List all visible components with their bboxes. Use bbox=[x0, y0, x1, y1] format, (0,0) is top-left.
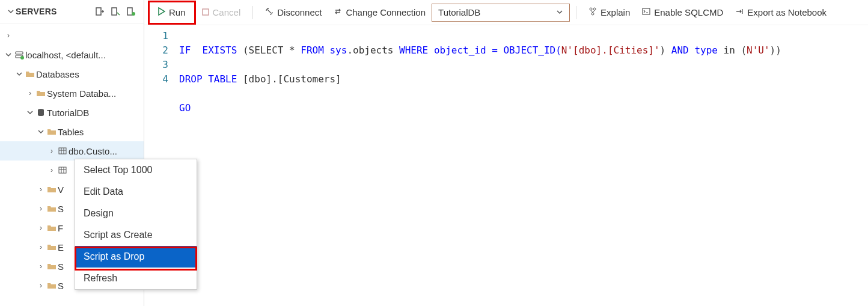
menu-script-as-drop[interactable]: Script as Drop bbox=[75, 246, 197, 268]
folder-icon bbox=[46, 127, 58, 136]
token: in bbox=[724, 44, 735, 56]
token: N'U' bbox=[747, 44, 770, 56]
table-icon bbox=[57, 146, 69, 156]
folder-icon bbox=[46, 281, 58, 290]
tree-label: S bbox=[58, 281, 64, 291]
tree-label: E bbox=[58, 242, 64, 252]
disconnect-icon bbox=[265, 7, 274, 17]
tree-label: localhost, <default... bbox=[25, 50, 106, 60]
line-number: 3 bbox=[144, 58, 168, 72]
svg-point-6 bbox=[20, 56, 24, 60]
tree-row-dbo-custo[interactable]: › dbo.Custo... bbox=[0, 141, 144, 161]
token bbox=[203, 73, 209, 85]
svg-rect-4 bbox=[16, 52, 23, 54]
folder-icon bbox=[46, 204, 58, 213]
tree-label: S bbox=[58, 204, 64, 214]
folder-icon bbox=[46, 223, 58, 233]
menu-script-as-create[interactable]: Script as Create bbox=[75, 224, 197, 246]
folder-icon bbox=[35, 88, 47, 98]
menu-edit-data[interactable]: Edit Data bbox=[75, 181, 197, 203]
context-menu: Select Top 1000 Edit Data Design Script … bbox=[75, 159, 197, 290]
change-connection-label: Change Connection bbox=[346, 7, 426, 17]
svg-rect-20 bbox=[643, 8, 650, 14]
new-query-icon[interactable] bbox=[93, 5, 106, 18]
toolbar-separator bbox=[576, 6, 576, 19]
menu-label: Script as Create bbox=[84, 230, 153, 240]
tree-label: V bbox=[58, 185, 64, 195]
chevron-down-icon bbox=[36, 129, 46, 135]
change-connection-button[interactable]: Change Connection bbox=[328, 4, 432, 22]
chevron-right-icon: › bbox=[4, 31, 13, 40]
stop-icon bbox=[202, 7, 209, 17]
token: WHERE bbox=[399, 44, 428, 56]
token: GO bbox=[179, 102, 191, 114]
svg-rect-1 bbox=[112, 8, 117, 15]
folder-icon bbox=[24, 69, 36, 79]
menu-label: Script as Drop bbox=[84, 251, 144, 262]
run-button[interactable]: Run bbox=[152, 4, 192, 22]
run-button-highlight: Run bbox=[148, 1, 196, 25]
token: AND bbox=[671, 44, 689, 56]
editor-code[interactable]: IF EXISTS (SELECT * FROM sys.objects WHE… bbox=[179, 29, 781, 173]
tree-row-databases[interactable]: Databases bbox=[0, 64, 144, 84]
token: TABLE bbox=[208, 73, 237, 85]
line-number: 2 bbox=[144, 43, 168, 58]
cancel-button: Cancel bbox=[196, 4, 247, 22]
folder-icon bbox=[46, 185, 58, 194]
svg-point-17 bbox=[590, 8, 592, 10]
run-label: Run bbox=[169, 7, 186, 17]
menu-label: Refresh bbox=[84, 273, 117, 284]
explain-button[interactable]: Explain bbox=[582, 4, 636, 22]
folder-icon bbox=[46, 262, 58, 271]
chevron-right-icon: › bbox=[36, 281, 46, 290]
svg-rect-0 bbox=[96, 8, 101, 15]
svg-rect-8 bbox=[59, 148, 66, 154]
chevron-right-icon: › bbox=[47, 147, 57, 155]
sqlcmd-label: Enable SQLCMD bbox=[654, 7, 723, 17]
token: type bbox=[689, 44, 724, 56]
new-notebook-icon[interactable] bbox=[109, 5, 122, 18]
tree-row-tables[interactable]: Tables bbox=[0, 122, 144, 141]
sidebar-header: SERVERS bbox=[0, 0, 144, 23]
refresh-server-icon[interactable] bbox=[124, 5, 138, 18]
export-notebook-button[interactable]: Export as Notebook bbox=[729, 4, 833, 22]
disconnect-button[interactable]: Disconnect bbox=[259, 4, 328, 22]
token: FROM bbox=[301, 44, 324, 56]
toolbar-separator bbox=[252, 6, 253, 19]
svg-rect-16 bbox=[203, 9, 209, 15]
cancel-label: Cancel bbox=[213, 7, 241, 17]
editor-gutter: 1 2 3 4 bbox=[144, 29, 179, 173]
export-label: Export as Notebook bbox=[747, 7, 827, 17]
menu-refresh[interactable]: Refresh bbox=[75, 268, 197, 289]
tree-row-tutorialdb[interactable]: TutorialDB bbox=[0, 103, 144, 122]
sql-editor[interactable]: 1 2 3 4 IF EXISTS (SELECT * FROM sys.obj… bbox=[144, 25, 868, 173]
explain-label: Explain bbox=[601, 7, 630, 17]
menu-label: Edit Data bbox=[84, 186, 123, 197]
tree-label: System Databa... bbox=[47, 88, 116, 99]
token: object_id = OBJECT_ID( bbox=[428, 44, 561, 56]
token: ) bbox=[660, 44, 671, 56]
token: [dbo].[Customers] bbox=[237, 73, 341, 85]
svg-rect-2 bbox=[127, 8, 132, 15]
chevron-right-icon: › bbox=[36, 204, 46, 213]
svg-point-18 bbox=[593, 8, 596, 10]
menu-select-top-1000[interactable]: Select Top 1000 bbox=[75, 159, 197, 181]
tree-row-root[interactable]: › bbox=[0, 26, 144, 45]
line-number: 4 bbox=[144, 72, 168, 87]
sqlcmd-icon bbox=[642, 7, 650, 17]
chevron-right-icon: › bbox=[36, 262, 46, 271]
token: N'[dbo].[Cities]' bbox=[561, 44, 660, 56]
tree-label: Databases bbox=[36, 69, 79, 79]
enable-sqlcmd-button[interactable]: Enable SQLCMD bbox=[636, 4, 729, 22]
sidebar-collapse-chevron[interactable] bbox=[6, 8, 16, 14]
tree-row-sysdb[interactable]: › System Databa... bbox=[0, 84, 144, 103]
database-dropdown[interactable]: TutorialDB bbox=[432, 4, 570, 22]
tree-row-localhost[interactable]: localhost, <default... bbox=[0, 45, 144, 64]
chevron-down-icon bbox=[556, 7, 563, 17]
token: (SELECT bbox=[243, 44, 283, 56]
tree-label: Tables bbox=[58, 127, 84, 137]
folder-icon bbox=[46, 242, 58, 252]
menu-design[interactable]: Design bbox=[75, 203, 197, 224]
token: IF bbox=[179, 44, 191, 56]
menu-label: Design bbox=[84, 208, 114, 219]
